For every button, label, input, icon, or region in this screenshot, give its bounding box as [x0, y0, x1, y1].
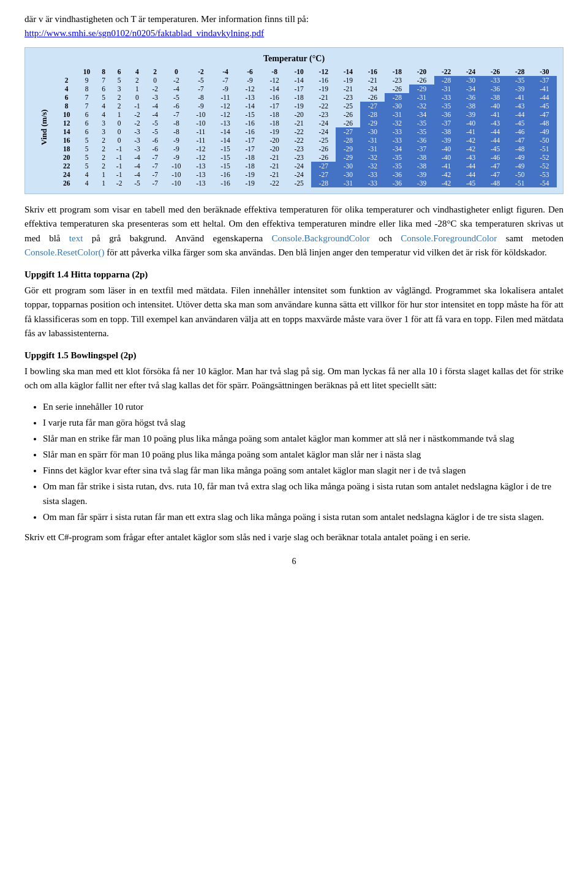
- section1-heading: Uppgift 1.4 Hitta topparna (2p): [24, 269, 564, 280]
- list-item: Finns det käglor kvar efter sina två sla…: [43, 463, 564, 478]
- table-title: Temperatur (°C): [31, 54, 557, 64]
- list-item: Slår man en spärr för man 10 poäng plus …: [43, 447, 564, 462]
- intro-text-line1: där v är vindhastigheten och T är temper…: [24, 14, 309, 24]
- intro-paragraph: där v är vindhastigheten och T är temper…: [24, 12, 564, 40]
- console-bg: Console.BackgroundColor: [271, 233, 369, 243]
- wind-chill-table-wrapper: Temperatur (°C) Vind (m/s)1086420-2-4-6-…: [24, 47, 564, 194]
- list-item: Slår man en strike får man 10 poäng plus…: [43, 431, 564, 446]
- list-item: I varje ruta får man göra högst två slag: [43, 415, 564, 430]
- bowling-bullets: En serie innehåller 10 rutorI varje ruta…: [43, 399, 564, 524]
- section2-heading: Uppgift 1.5 Bowlingspel (2p): [24, 350, 564, 361]
- list-item: Om man får spärr i sista rutan får man e…: [43, 510, 564, 524]
- console-reset: Console.ResetColor(): [24, 247, 104, 257]
- paragraph1: Skriv ett program som visar en tabell me…: [24, 203, 564, 260]
- console-fg: Console.ForegroundColor: [401, 233, 497, 243]
- list-item: Om man får strike i sista rutan, dvs. ru…: [43, 479, 564, 508]
- wind-chill-table: Vind (m/s)1086420-2-4-6-8-10-12-14-16-18…: [31, 67, 557, 187]
- page-number: 6: [24, 557, 564, 567]
- list-item: En serie innehåller 10 rutor: [43, 399, 564, 414]
- section1-text: Gör ett program som läser in en textfil …: [24, 284, 564, 341]
- highlighted-text: text: [69, 233, 83, 243]
- section2-text1: I bowling ska man med ett klot försöka f…: [24, 364, 564, 393]
- intro-link[interactable]: http://www.smhi.se/sgn0102/n0205/faktabl…: [24, 28, 264, 38]
- section2-text2: Skriv ett C#-program som frågar efter an…: [24, 530, 564, 544]
